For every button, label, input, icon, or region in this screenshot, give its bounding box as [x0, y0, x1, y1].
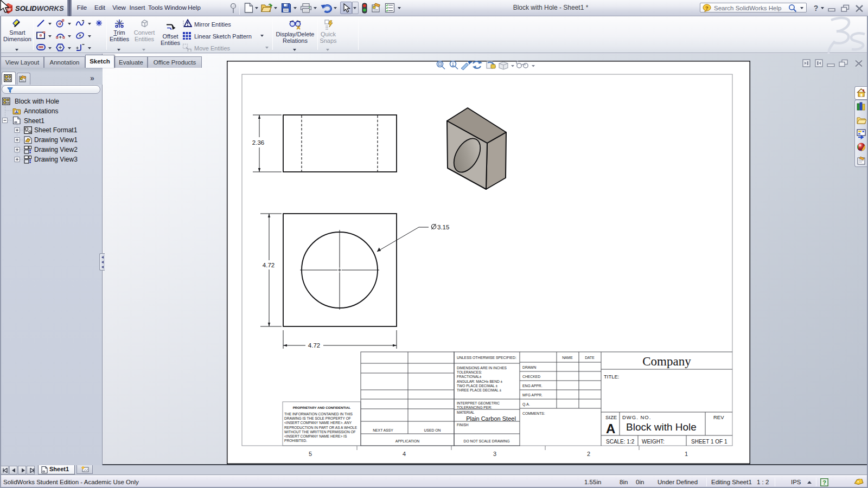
svg-text:WITHOUT THE WRITTEN PERMISSION: WITHOUT THE WRITTEN PERMISSION OF: [284, 430, 356, 434]
svg-text:Block with Hole: Block with Hole: [15, 98, 59, 105]
svg-text:NAME: NAME: [562, 356, 573, 359]
svg-text:TITLE:: TITLE:: [604, 374, 620, 380]
svg-text:Drawing View1: Drawing View1: [34, 136, 78, 144]
svg-text:Sheet Format1: Sheet Format1: [34, 126, 78, 134]
svg-text:INTERPRET GEOMETRIC: INTERPRET GEOMETRIC: [457, 401, 500, 405]
svg-text:Block with Hole: Block with Hole: [626, 421, 697, 433]
svg-text:APPLICATION: APPLICATION: [395, 439, 420, 443]
svg-text:SCALE: 1:2: SCALE: 1:2: [606, 439, 635, 445]
svg-text:DRAWING IS THE SOLE PROPERTY O: DRAWING IS THE SOLE PROPERTY OF: [284, 416, 351, 420]
svg-text:Company: Company: [642, 355, 691, 368]
svg-text:FRACTIONAL±: FRACTIONAL±: [457, 375, 482, 378]
svg-text:CHECKED: CHECKED: [522, 375, 540, 378]
svg-text:Drawing View2: Drawing View2: [34, 146, 78, 153]
svg-text:?: ?: [822, 479, 826, 486]
svg-text:2.36: 2.36: [252, 139, 264, 146]
svg-text:3.15: 3.15: [437, 224, 449, 230]
svg-text:UNLESS OTHERWISE SPECIFIED:: UNLESS OTHERWISE SPECIFIED:: [457, 356, 516, 359]
svg-text:4.72: 4.72: [308, 342, 320, 349]
svg-text:DIMENSIONS ARE IN INCHES: DIMENSIONS ARE IN INCHES: [457, 366, 507, 370]
svg-text:DRAWN: DRAWN: [522, 365, 537, 369]
svg-text:NEXT ASSY: NEXT ASSY: [373, 428, 393, 432]
svg-text:?: ?: [814, 4, 819, 12]
svg-text:WEIGHT:: WEIGHT:: [642, 439, 665, 445]
svg-text:1: 1: [685, 451, 688, 457]
svg-text:Drawing View3: Drawing View3: [34, 156, 78, 163]
svg-text:3: 3: [493, 451, 496, 457]
svg-text:REV: REV: [713, 414, 724, 420]
svg-text:DO NOT SCALE DRAWING: DO NOT SCALE DRAWING: [464, 439, 510, 443]
svg-text:?: ?: [705, 5, 709, 11]
svg-text:Plain Carbon Steel: Plain Carbon Steel: [466, 415, 516, 422]
svg-text:THE INFORMATION CONTAINED IN T: THE INFORMATION CONTAINED IN THIS: [284, 412, 353, 416]
svg-text:2: 2: [587, 451, 590, 457]
svg-text:SIZE: SIZE: [605, 414, 617, 420]
svg-text:<INSERT COMPANY NAME HERE>. A: <INSERT COMPANY NAME HERE>. ANY: [284, 421, 352, 425]
svg-text:<INSERT COMPANY NAME HERE> IS: <INSERT COMPANY NAME HERE> IS: [284, 434, 347, 438]
svg-text:MATERIAL: MATERIAL: [457, 410, 475, 414]
svg-text:5: 5: [309, 451, 312, 457]
svg-text:TOLERANCING PER:: TOLERANCING PER:: [457, 406, 492, 409]
svg-text:ENG APPR.: ENG APPR.: [522, 384, 542, 388]
svg-text:ANGULAR: MACH± BEND ±: ANGULAR: MACH± BEND ±: [457, 380, 503, 383]
svg-text:THREE PLACE DECIMAL ±: THREE PLACE DECIMAL ±: [457, 388, 502, 392]
svg-text:TWO PLACE DECIMAL ±: TWO PLACE DECIMAL ±: [457, 384, 498, 388]
svg-text:FINISH: FINISH: [457, 423, 469, 427]
svg-text:DATE: DATE: [585, 356, 595, 359]
svg-text:4: 4: [403, 451, 406, 457]
svg-text:PROPRIETARY AND CONFIDENTIAL: PROPRIETARY AND CONFIDENTIAL: [293, 406, 351, 409]
svg-text:MFG APPR.: MFG APPR.: [522, 393, 542, 397]
svg-text:TOLERANCES:: TOLERANCES:: [457, 370, 482, 374]
svg-text:Q.A.: Q.A.: [522, 402, 530, 407]
svg-text:Sheet1: Sheet1: [24, 117, 44, 125]
svg-text:A: A: [606, 421, 615, 436]
svg-text:COMMENTS:: COMMENTS:: [522, 412, 545, 415]
svg-text:SHEET 1 OF 1: SHEET 1 OF 1: [691, 439, 727, 445]
svg-text:Annotations: Annotations: [24, 107, 58, 115]
svg-text:DWG. NO.: DWG. NO.: [622, 414, 651, 420]
svg-text:A: A: [15, 110, 18, 114]
svg-text:4.72: 4.72: [263, 262, 275, 268]
svg-text:PROHIBITED.: PROHIBITED.: [284, 439, 307, 442]
svg-text:USED ON: USED ON: [424, 428, 441, 432]
svg-text:REPRODUCTION IN PART OR AS A W: REPRODUCTION IN PART OR AS A WHOLE: [284, 426, 358, 429]
